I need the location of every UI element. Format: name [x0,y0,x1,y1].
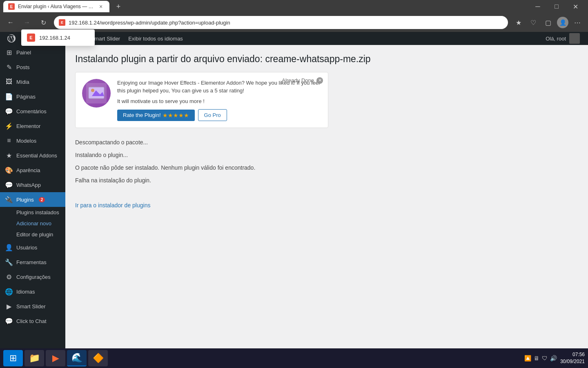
painel-label: Painel [16,49,31,56]
sidebar-item-midia[interactable]: 🖼 Mídia [0,74,65,89]
taskbar-clock: 07:56 30/09/2021 [560,351,585,365]
essential-label: Essential Addons [16,153,57,159]
favorites-icon[interactable]: ♡ [528,17,539,28]
adminbar-smartslider-label: Smart Slider [91,36,120,42]
essential-icon: ★ [5,151,13,159]
taskbar-files[interactable]: 📁 [24,350,44,366]
midia-label: Mídia [16,79,29,85]
sidebar-item-usuarios[interactable]: 👤 Usuários [0,240,65,255]
sidebar-item-whatsapp[interactable]: 💬 WhatsApp [0,177,65,192]
sidebar-item-modelos[interactable]: ≡ Modelos [0,133,65,148]
tray-expand-icon[interactable]: 🔼 [524,355,531,361]
sidebar-item-ferramentas[interactable]: 🔧 Ferramentas [0,255,65,269]
usuarios-label: Usuários [16,245,37,251]
files-icon: 📁 [29,353,40,364]
new-tab-button[interactable]: + [113,1,124,12]
log-line-4: Falha na instalação do plugin. [75,174,578,187]
sidebar-item-posts[interactable]: ✎ Posts [0,60,65,74]
taskbar-right: 🔼 🖥 🛡 🔊 07:56 30/09/2021 [524,351,585,365]
configuracoes-icon: ⚙ [5,273,13,281]
wp-layout: ⊞ Painel ✎ Posts 🖼 Mídia 📄 Páginas 💬 Com… [0,45,588,368]
security-icon[interactable]: 🛡 [542,355,548,361]
submenu-adicionar-novo[interactable]: Adicionar novo [0,218,65,229]
forward-button[interactable]: → [21,17,33,28]
promo-text-sub: It will motivate us to serve you more ! [117,97,321,105]
whatsapp-icon: 💬 [5,181,13,189]
rate-plugin-button[interactable]: Rate the Plugin! ★★★★★ [117,110,195,121]
collections-icon[interactable]: ▢ [542,17,554,28]
modelos-icon: ≡ [5,137,13,145]
taskbar-xampp[interactable]: 🔶 [88,350,108,366]
taskbar: ⊞ 📁 ▶ 🌊 🔶 🔼 🖥 🛡 🔊 07:56 30/09/2021 [0,348,588,368]
toolbar-icons: ★ ♡ ▢ 👤 ⋯ [513,17,583,28]
adminbar-languages[interactable]: Exibir todos os idiomas [124,32,187,45]
extensions-icon[interactable]: ★ [513,17,524,28]
profile-icon[interactable]: 👤 [557,17,568,28]
back-button[interactable]: ← [5,17,16,28]
submenu-plugins-instalados[interactable]: Plugins instalados [0,207,65,218]
window-controls: ─ □ ✕ [528,0,585,13]
minimize-button[interactable]: ─ [528,0,547,13]
paginas-icon: 📄 [5,92,13,101]
idiomas-label: Idiomas [16,289,35,295]
click-to-chat-icon: 💬 [5,317,13,325]
browser-tab[interactable]: E Enviar plugin ‹ Alura Viagens — W... × [3,1,109,12]
plugins-label: Plugins [16,197,34,203]
sidebar-item-click-to-chat[interactable]: 💬 Click to Chat [0,314,65,328]
wp-logo-icon [7,34,16,43]
rate-label: Rate the Plugin! [123,112,161,118]
svg-rect-5 [89,87,104,99]
close-button[interactable]: ✕ [566,0,585,13]
log-line-1: Descompactando o pacote... [75,136,578,149]
main-content: Instalando plugin a partir do arquivo en… [65,45,588,368]
taskbar-edge[interactable]: 🌊 [67,350,87,366]
admin-avatar[interactable] [569,33,580,44]
volume-icon[interactable]: 🔊 [550,355,557,361]
taskbar-time-value: 07:56 [560,351,585,358]
sidebar-item-configuracoes[interactable]: ⚙ Configurações [0,269,65,284]
taskbar-media[interactable]: ▶ [46,350,65,366]
posts-icon: ✎ [5,63,13,71]
plugins-submenu: Plugins instalados Adicionar novo Editor… [0,207,65,240]
usuarios-icon: 👤 [5,243,13,251]
address-bar[interactable]: E 192.168.1.24/wordpress/wp-admin/update… [54,16,508,29]
go-pro-button[interactable]: Go Pro [198,109,227,121]
sidebar-item-elementor[interactable]: ⚡ Elementor [0,119,65,133]
modelos-label: Modelos [16,138,36,144]
tooltip-box: E 192.168.1.24 [21,29,95,46]
xampp-icon: 🔶 [93,353,104,364]
adminbar-wp-logo[interactable] [3,32,20,45]
sidebar-item-painel[interactable]: ⊞ Painel [0,45,65,60]
promo-banner: Enjoying our Image Hover Effects - Eleme… [75,72,328,128]
sidebar-item-paginas[interactable]: 📄 Páginas [0,89,65,104]
settings-icon[interactable]: ⋯ [572,17,583,28]
sidebar-item-comentarios[interactable]: 💬 Comentários [0,104,65,119]
promo-dismiss[interactable]: Already Done ✕ [282,77,323,84]
submenu-editor-plugin[interactable]: Editor de plugin [0,229,65,240]
dismiss-icon[interactable]: ✕ [316,77,323,84]
gopro-label: Go Pro [204,112,221,118]
comentarios-icon: 💬 [5,107,13,115]
tab-favicon: E [8,3,15,10]
tooltip-favicon: E [27,34,35,42]
sidebar-item-idiomas[interactable]: 🌐 Idiomas [0,284,65,299]
elementor-icon: ⚡ [5,122,13,130]
painel-icon: ⊞ [5,48,13,56]
paginas-label: Páginas [16,94,36,100]
taskbar-sys-icons: 🔼 🖥 🛡 🔊 [524,355,557,361]
sidebar-item-plugins[interactable]: 🔌 Plugins 2 [0,192,65,207]
ferramentas-label: Ferramentas [16,259,47,265]
adminbar-lang-label: Exibir todos os idiomas [128,36,183,42]
tab-close-button[interactable]: × [97,3,105,10]
browser-chrome: E Enviar plugin ‹ Alura Viagens — W... ×… [0,0,588,32]
sidebar-item-smart-slider[interactable]: ▶ Smart Slider [0,299,65,314]
click-to-chat-label: Click to Chat [16,318,47,324]
refresh-button[interactable]: ↻ [38,17,49,28]
start-button[interactable]: ⊞ [3,350,23,366]
network-icon[interactable]: 🖥 [534,355,539,361]
installer-link[interactable]: Ir para o instalador de plugins [75,202,150,209]
sidebar-item-essential-addons[interactable]: ★ Essential Addons [0,148,65,163]
log-line-3: O pacote não pôde ser instalado. Nenhum … [75,162,578,174]
sidebar-item-aparencia[interactable]: 🎨 Aparência [0,163,65,177]
maximize-button[interactable]: □ [547,0,566,13]
